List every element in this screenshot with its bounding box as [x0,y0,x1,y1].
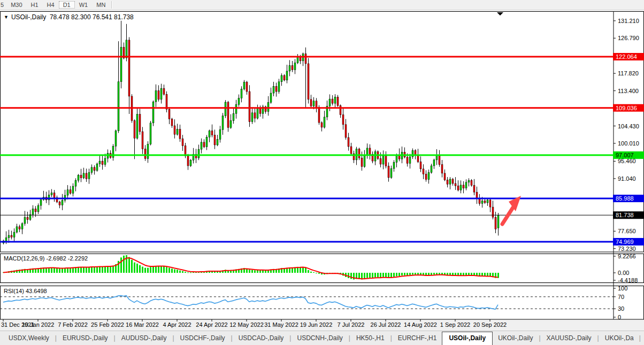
macd-histogram-bar [254,270,256,273]
price-tick-label: 117.820 [618,70,639,76]
timeframe-mn-button[interactable]: MN [92,1,110,9]
candle-down [35,209,36,212]
candle-up [152,102,154,123]
candle-down [128,40,130,96]
timeframe-toolbar: 5 M30H1H4D1W1MN [0,0,644,10]
candle-up [334,97,336,103]
macd-histogram-bar [128,257,130,273]
candle-down [227,102,229,128]
tab-hk50-h1[interactable]: HK50-,H1 [351,332,390,344]
price-tick-label: 126.790 [618,35,639,41]
price-tick-label: 77.650 [618,228,636,234]
date-tick-label: 24 Apr 2022 [196,321,227,328]
tab-ukoil-da[interactable]: UKOil-,Da [600,332,639,344]
tab-audusd-daily[interactable]: AUDUSD-,Daily [116,332,172,344]
candle-down [358,149,360,158]
candle-up [209,131,210,137]
candle-up [206,137,208,147]
candle-down [174,126,175,134]
rsi-panel[interactable] [1,286,644,320]
candle-up [5,237,7,241]
candle-down [310,99,312,106]
tab-eurusd-daily[interactable]: EURUSD-,Daily [57,332,113,344]
candle-up [96,164,98,170]
tab-usdx-weekly[interactable]: USDX,Weekly [3,332,55,344]
macd-histogram-bar [390,273,392,278]
chevron-down-icon[interactable]: ▼ [4,14,9,20]
candle-down [163,88,165,94]
macd-histogram-bar [305,268,306,273]
date-tick-label: 19 Jun 2022 [300,321,333,328]
macd-histogram-bar [142,267,143,273]
timeframe-h1-button[interactable]: H1 [27,1,43,9]
macd-histogram-bar [249,270,250,273]
macd-histogram-bar [407,273,408,275]
macd-histogram-bar [265,270,266,273]
price-tick-label: 113.400 [618,88,639,94]
candle-up [13,232,15,237]
timeframe-m30-button[interactable]: M30 [6,1,26,9]
tab-xauusd-daily[interactable]: XAUUSD-,Daily [541,332,597,344]
macd-histogram-bar [433,273,435,275]
macd-histogram-bar [313,272,315,273]
chart-canvas[interactable]: 131.210126.790117.820113.400104.430100.0… [0,0,644,345]
candle-down [350,147,352,154]
candle-down [308,64,309,99]
macd-histogram-bar [366,273,368,278]
ohlc-values: 78.478 82.300 76.541 81.738 [50,13,134,21]
timeframe-w1-button[interactable]: W1 [75,1,93,9]
timeframe-m15-partial[interactable]: 5 [0,1,6,9]
macd-tick-label: 9.2266 [618,253,636,259]
candle-up [230,120,232,127]
candle-up [75,180,76,186]
candle-up [126,40,127,58]
timeframe-d1-button[interactable]: D1 [59,1,75,9]
candle-up [431,166,432,172]
candle-up [147,144,149,159]
candle-up [281,75,282,82]
date-tick-label: 7 Feb 2022 [58,321,88,328]
tab-ukoil-daily[interactable]: UKOil-,Daily [493,332,538,344]
candle-down [249,91,250,122]
tab-usdcnh-daily[interactable]: USDCNH-,Daily [292,332,348,344]
macd-histogram-bar [86,267,87,273]
macd-histogram-bar [147,268,149,273]
macd-histogram-bar [158,266,159,273]
candle-down [417,155,419,162]
date-tick-label: 4 Apr 2022 [163,321,191,328]
tab-eurchf-h1[interactable]: EURCHF-,H1 [393,332,442,344]
candle-down [369,148,371,155]
candle-down [495,217,496,229]
candle-up [78,175,79,181]
candle-up [257,109,258,118]
candle-up [243,82,245,89]
candle-down [80,175,82,178]
candle-down [345,125,347,137]
candle-up [233,113,234,120]
candle-down [489,200,491,207]
macd-histogram-bar [404,273,405,275]
candle-up [155,91,157,102]
macd-histogram-bar [259,270,261,273]
date-tick-label: 12 May 2022 [229,321,264,328]
tab-usdchf-daily[interactable]: USDCHF-,Daily [175,332,231,344]
macd-histogram-bar [316,273,317,273]
macd-histogram-bar [318,273,320,274]
candle-up [225,102,226,116]
macd-histogram-bar [385,273,387,278]
macd-indicator-label: MACD(12,26,9) -2.6982 -2.2292 [4,255,88,262]
candle-up [67,190,68,195]
macd-histogram-bar [107,266,109,273]
candle-down [484,201,486,203]
macd-histogram-bar [369,273,371,278]
candle-down [423,169,424,174]
tab-usdcad-daily[interactable]: USDCAD-,Daily [233,332,289,344]
rsi-tick-label: 100 [618,285,627,292]
rsi-tick-label: 0 [618,314,621,320]
timeframe-h4-button[interactable]: H4 [43,1,59,9]
macd-histogram-bar [120,257,122,273]
main-price-panel[interactable] [1,12,644,252]
tab-usoil-daily[interactable]: USOil-,Daily [442,332,493,345]
macd-histogram-bar [88,267,90,273]
candle-up [118,82,119,131]
